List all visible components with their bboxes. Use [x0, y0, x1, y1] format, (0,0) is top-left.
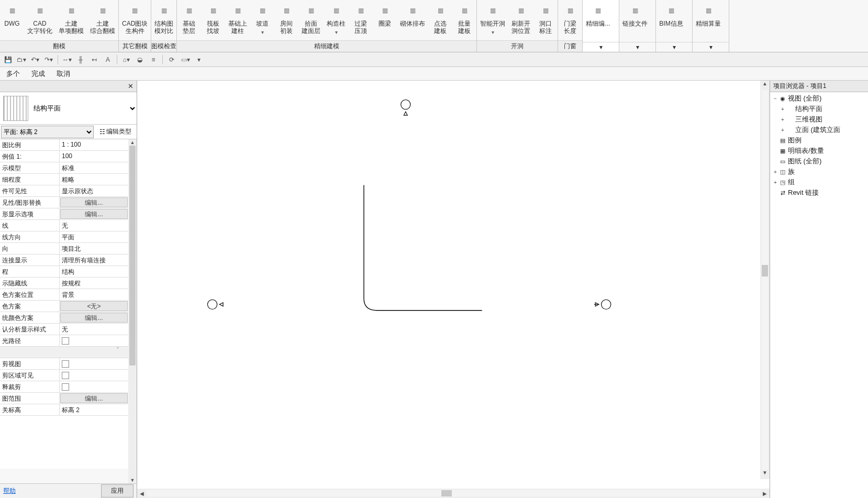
property-value[interactable]: 粗略 — [60, 174, 128, 185]
tree-item[interactable]: +◫族 — [770, 167, 868, 177]
ribbon-button[interactable]: ▦圈梁 — [373, 0, 397, 40]
property-value[interactable]: 背景 — [60, 289, 128, 300]
checkbox[interactable] — [62, 337, 69, 345]
scroll-down-icon[interactable]: ▼ — [128, 477, 137, 483]
redo-dd-icon[interactable]: ↷▾ — [43, 54, 54, 65]
chevron-down-icon[interactable]: ▾ — [656, 42, 692, 52]
ribbon-button[interactable]: ▦门梁 长度 — [558, 0, 582, 40]
undo-dd-icon[interactable]: ↶▾ — [29, 54, 41, 65]
ribbon-button[interactable]: ▦CAD 文字转化 — [24, 0, 55, 40]
drawing-canvas[interactable]: ▲ ▼ — [137, 81, 770, 489]
measure-dd-icon[interactable]: ↔▾ — [61, 54, 73, 65]
checkbox[interactable] — [62, 383, 69, 391]
close-icon[interactable]: ✕ — [126, 82, 135, 91]
align-icon[interactable]: ╫ — [75, 54, 86, 65]
property-value[interactable]: 1 : 100 — [60, 139, 128, 150]
tree-item[interactable]: ▭图纸 (全部) — [770, 156, 868, 167]
instance-selector[interactable]: 平面: 标高 2 — [1, 126, 94, 138]
scroll-up-icon[interactable]: ▲ — [760, 81, 770, 90]
scroll-down-icon[interactable]: ▼ — [760, 470, 770, 479]
ribbon-button[interactable]: ▦精细编... — [583, 0, 613, 42]
apply-button[interactable]: 应用 — [101, 484, 133, 497]
ribbon-button[interactable]: ▦基础 垫层 — [177, 0, 201, 40]
ribbon-button[interactable]: ▦洞口 标注 — [533, 0, 558, 40]
ribbon-button[interactable]: ▦基础上 建柱 — [225, 0, 250, 40]
chevron-down-icon[interactable]: ▾ — [583, 42, 619, 52]
option-完成[interactable]: 完成 — [27, 68, 49, 80]
chevron-down-icon[interactable]: ▾ — [619, 42, 655, 52]
scroll-thumb[interactable] — [129, 146, 136, 366]
ribbon-button[interactable]: ▦刷新开 洞位置 — [508, 0, 533, 40]
tree-item[interactable]: ▦明细表/数量 — [770, 146, 868, 156]
canvas-horizontal-scrollbar[interactable]: ◀ ▶ — [137, 489, 770, 498]
expand-icon[interactable]: + — [780, 106, 786, 112]
scroll-thumb[interactable] — [762, 265, 768, 276]
section-icon[interactable]: ◒ — [134, 54, 146, 65]
chevron-down-icon[interactable]: ▾ — [261, 27, 264, 37]
expand-icon[interactable]: + — [772, 169, 778, 175]
ribbon-button[interactable]: ▦链接文件 — [619, 0, 651, 42]
option-多个[interactable]: 多个 — [2, 68, 24, 80]
tree-item[interactable]: +三维视图 — [770, 114, 868, 125]
ribbon-button[interactable]: ▦智能开洞▾ — [477, 0, 508, 40]
type-selector[interactable]: 结构平面 — [31, 101, 137, 116]
property-value[interactable]: 按规程 — [60, 278, 128, 289]
checkbox[interactable] — [62, 372, 69, 379]
ribbon-button[interactable]: ▦精细算量 — [693, 0, 724, 42]
ribbon-button[interactable]: ▦BIM信息 — [656, 0, 686, 42]
expand-icon[interactable]: + — [780, 117, 786, 123]
tree-item[interactable]: ▤图例 — [770, 135, 868, 146]
open-dd-icon[interactable]: 🗀▾ — [16, 54, 27, 65]
ribbon-button[interactable]: ▦砌体排布 — [397, 0, 428, 40]
ribbon-button[interactable]: ▦过梁 压顶 — [349, 0, 373, 40]
property-value[interactable]: 结构 — [60, 266, 128, 277]
chevron-down-icon[interactable]: ▾ — [693, 42, 729, 52]
ribbon-button[interactable]: ▦土建 单项翻模 — [55, 0, 87, 40]
elevation-marker-north-icon[interactable] — [401, 99, 410, 115]
checkbox[interactable] — [62, 360, 69, 368]
edit-type-button[interactable]: ☷ 编辑类型 — [94, 127, 137, 136]
tree-item[interactable]: +◳组 — [770, 177, 868, 187]
tree-item[interactable]: +立面 (建筑立面 — [770, 125, 868, 135]
scroll-left-icon[interactable]: ◀ — [137, 491, 147, 496]
ribbon-button[interactable]: ▦坡道▾ — [250, 0, 274, 40]
ribbon-button[interactable]: ▦结构图 模对比 — [151, 0, 176, 40]
ribbon-button[interactable]: ▦房间 初装 — [274, 0, 298, 40]
ribbon-button[interactable]: ▦批量 建板 — [452, 0, 476, 40]
ribbon-button[interactable]: ▦CAD图块 生构件 — [119, 0, 151, 40]
window-dd-icon[interactable]: ▭▾ — [180, 54, 191, 65]
elevation-marker-east-icon[interactable] — [594, 300, 611, 309]
section-caret-icon[interactable]: ˇ — [117, 347, 119, 353]
property-value[interactable]: 项目北 — [60, 243, 128, 254]
property-value[interactable]: 标准 — [60, 162, 128, 173]
chevron-down-icon[interactable]: ▾ — [335, 27, 338, 37]
tree-item[interactable]: +结构平面 — [770, 104, 868, 114]
property-value[interactable]: 标高 2 — [60, 404, 128, 415]
ribbon-button[interactable]: ▦筏板 找坡 — [201, 0, 225, 40]
sync-icon[interactable]: ⟳ — [166, 54, 177, 65]
property-value[interactable] — [60, 358, 128, 369]
properties-scrollbar[interactable]: ▲ ▼ — [128, 139, 137, 483]
ribbon-button[interactable]: ▦构造柱▾ — [324, 0, 349, 40]
property-value[interactable]: 编辑... — [60, 197, 128, 207]
canvas-vertical-scrollbar[interactable]: ▲ ▼ — [760, 81, 770, 479]
tree-item[interactable]: −◉视图 (全部) — [770, 93, 868, 104]
expand-icon[interactable]: + — [780, 127, 786, 133]
ribbon-button[interactable]: ▦拾面 建面层 — [298, 0, 324, 40]
elevation-marker-west-icon[interactable] — [207, 300, 223, 309]
property-value[interactable]: 编辑... — [60, 393, 128, 403]
scroll-track[interactable] — [762, 90, 768, 470]
property-value[interactable]: 无 — [60, 324, 128, 335]
tree-item[interactable]: ⇄Revit 链接 — [770, 187, 868, 198]
chevron-down-icon[interactable]: ▾ — [492, 27, 494, 37]
property-value[interactable]: <无> — [60, 301, 128, 311]
save-icon[interactable]: 💾 — [2, 54, 14, 65]
text-icon[interactable]: A — [102, 54, 114, 65]
scroll-right-icon[interactable]: ▶ — [760, 491, 770, 496]
property-value[interactable]: 清理所有墙连接 — [60, 254, 128, 265]
ribbon-button[interactable]: ▦点选 建板 — [428, 0, 452, 40]
dim-icon[interactable]: ↤ — [88, 54, 100, 65]
property-value[interactable] — [60, 381, 128, 392]
ribbon-button[interactable]: ▦土建 综合翻模 — [87, 0, 118, 40]
expand-icon[interactable]: + — [772, 180, 778, 185]
